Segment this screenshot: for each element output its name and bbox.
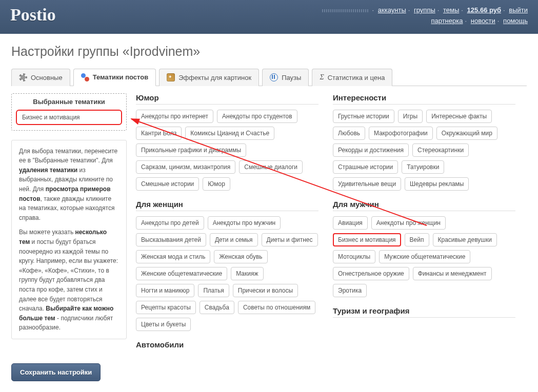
theme-tag[interactable]: Анекдоты про мужчин: [208, 216, 281, 230]
theme-tag[interactable]: Высказывания детей: [136, 233, 206, 246]
theme-tag[interactable]: Игры: [398, 110, 423, 123]
category-Юмор: ЮморАнекдоты про интернетАнекдоты про ст…: [136, 93, 318, 191]
category-Туризм и география: Туризм и география: [333, 306, 515, 323]
category-title: Автомобили: [136, 340, 318, 348]
theme-tag[interactable]: Финансы и менеджмент: [413, 267, 492, 280]
theme-tag[interactable]: Смешные диалоги: [239, 160, 303, 174]
category-title: Интересности: [333, 93, 515, 105]
theme-tag[interactable]: Вейп: [405, 233, 429, 246]
theme-tag[interactable]: Женские общетематические: [136, 267, 227, 280]
theme-tag[interactable]: Рецепты красоты: [136, 301, 196, 314]
pause-icon: [270, 73, 278, 81]
effects-icon: [167, 73, 175, 81]
theme-tag[interactable]: Мужские общетематические: [379, 250, 470, 263]
category-title: Юмор: [136, 93, 318, 105]
theme-tag[interactable]: Стереокартинки: [412, 143, 469, 157]
nav-groups[interactable]: группы: [414, 6, 435, 14]
theme-tag[interactable]: Анекдоты про интернет: [136, 110, 213, 123]
tab-stats[interactable]: ΣСтатистика и цена: [312, 69, 392, 86]
selected-theme-tag[interactable]: Бизнес и мотивация: [16, 110, 122, 125]
category-Интересности: ИнтересностиГрустные историиИгрыИнтересн…: [333, 93, 515, 191]
selected-themes-box[interactable]: Выбранные тематики Бизнес и мотивация: [11, 93, 127, 131]
tab-themes[interactable]: Тематики постов: [73, 69, 156, 86]
theme-tag[interactable]: Ногти и маникюр: [136, 284, 194, 297]
nav-logout[interactable]: выйти: [509, 6, 528, 14]
theme-tag[interactable]: Платья: [198, 284, 229, 297]
tab-pause[interactable]: Паузы: [262, 69, 309, 86]
theme-tag[interactable]: Цветы и букеты: [136, 318, 191, 331]
theme-tag[interactable]: Свадьба: [200, 301, 234, 314]
theme-tag[interactable]: Окружающий мир: [436, 127, 497, 140]
theme-tag[interactable]: Анекдоты про детей: [136, 216, 204, 230]
theme-tag[interactable]: Анекдоты про женщин: [371, 216, 446, 230]
theme-tag[interactable]: Бизнес и мотивация: [333, 233, 401, 246]
nav-accounts[interactable]: аккаунты: [378, 6, 406, 14]
theme-tag[interactable]: Шедевры рекламы: [405, 177, 469, 191]
nav-themes[interactable]: темы: [443, 6, 459, 14]
theme-tag[interactable]: Диеты и фитнес: [262, 233, 318, 246]
nav-help[interactable]: помощь: [503, 17, 528, 25]
theme-tag[interactable]: Рекорды и достижения: [333, 143, 409, 157]
nav-partner[interactable]: партнерка: [431, 17, 463, 25]
selected-themes-title: Выбранные тематики: [15, 98, 123, 106]
theme-tag[interactable]: Удивительные вещи: [333, 177, 401, 191]
theme-tag[interactable]: Анекдоты про студентов: [217, 110, 297, 123]
theme-tag[interactable]: Комиксы Цианид и Счастье: [185, 127, 274, 140]
palette-icon: [81, 73, 89, 81]
themes-scroll-area[interactable]: ЮморАнекдоты про интернетАнекдоты про ст…: [136, 93, 527, 348]
nav-news[interactable]: новости: [471, 17, 495, 25]
tab-main[interactable]: Основные: [11, 69, 70, 86]
category-Автомобили: Автомобили: [136, 340, 318, 348]
theme-tag[interactable]: Прикольные графики и диаграммы: [136, 143, 246, 157]
theme-tag[interactable]: Смешные истории: [136, 177, 199, 191]
theme-tag[interactable]: Красивые девушки: [433, 233, 497, 246]
theme-tag[interactable]: Огнестрельное оружие: [333, 267, 409, 280]
theme-tag[interactable]: Сарказм, цинизм, мизантропия: [136, 160, 235, 174]
theme-tag[interactable]: Женская обувь: [214, 250, 267, 263]
theme-tag[interactable]: Женская мода и стиль: [136, 250, 210, 263]
category-title: Туризм и география: [333, 306, 515, 318]
theme-tag[interactable]: Авиация: [333, 216, 368, 230]
theme-tag[interactable]: Макияж: [231, 267, 263, 280]
decorative-line: [322, 9, 368, 12]
category-title: Для женщин: [136, 200, 318, 211]
category-Для мужчин: Для мужчинАвиацияАнекдоты про женщинБизн…: [333, 200, 515, 297]
theme-tag[interactable]: Эротика: [333, 284, 367, 297]
theme-tag[interactable]: Любовь: [333, 127, 365, 140]
sigma-icon: Σ: [320, 73, 324, 81]
tab-fx[interactable]: Эффекты для картинок: [159, 69, 259, 86]
theme-tag[interactable]: Кантри Болз: [136, 127, 182, 140]
theme-tag[interactable]: Советы по отношениям: [238, 301, 315, 314]
category-Для женщин: Для женщинАнекдоты про детейАнекдоты про…: [136, 200, 318, 331]
tabs-bar: Основные Тематики постов Эффекты для кар…: [11, 68, 527, 86]
theme-tag[interactable]: Дети и семья: [210, 233, 258, 246]
theme-tag[interactable]: Мотоциклы: [333, 250, 375, 263]
theme-tag[interactable]: Страшные истории: [333, 160, 398, 174]
page-title: Настройки группы «Iprodvinem»: [11, 44, 527, 59]
theme-tag[interactable]: Юмор: [203, 177, 230, 191]
theme-tag[interactable]: Татуировки: [402, 160, 444, 174]
nav-balance[interactable]: 125.66 руб: [467, 6, 501, 14]
theme-tag[interactable]: Прически и волосы: [233, 284, 298, 297]
top-nav: · аккаунты· группы· темы· 125.66 руб· вы…: [322, 5, 528, 27]
gear-icon: [19, 73, 27, 81]
theme-tag[interactable]: Грустные истории: [333, 110, 394, 123]
header: Postio · аккаунты· группы· темы· 125.66 …: [0, 0, 538, 34]
logo: Postio: [10, 5, 56, 25]
theme-tag[interactable]: Интересные факты: [426, 110, 492, 123]
theme-tag[interactable]: Макрофотографии: [369, 127, 433, 140]
category-title: Для мужчин: [333, 200, 515, 211]
save-button[interactable]: Сохранить настройки: [11, 363, 101, 381]
help-panel: Для выбора тематики, перенесите ее в "Вы…: [11, 140, 127, 339]
